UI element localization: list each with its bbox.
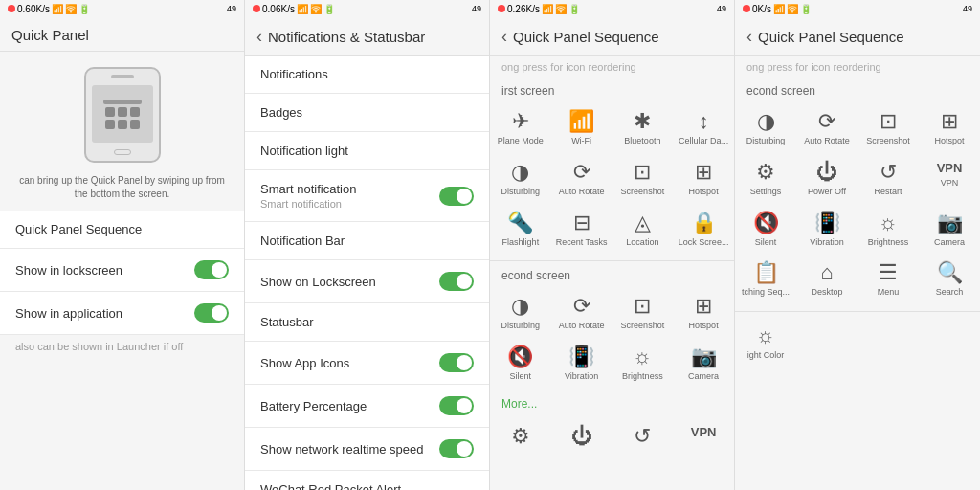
- screenshot-label: Screenshot: [621, 187, 665, 197]
- settings-p4-icon: ⚙: [756, 162, 775, 183]
- screenshot-2-label: Screenshot: [621, 321, 665, 331]
- disturbing-icon: ◑: [511, 162, 529, 183]
- icon-settings-bottom[interactable]: ⚙: [490, 418, 551, 458]
- icon-menu-p4[interactable]: ☰ Menu: [858, 255, 919, 305]
- panel-notifications: 0.06K/s 📶 🛜 🔋 49 ‹ Notifications & Statu…: [245, 0, 490, 490]
- icon-vibration[interactable]: 📳 Vibration: [551, 339, 612, 390]
- battery-pct-toggle[interactable]: [439, 396, 474, 415]
- icon-screenshot-p4[interactable]: ⊡ Screenshot: [858, 103, 919, 154]
- network-speed-toggle[interactable]: [439, 439, 474, 458]
- status-dot-4: [743, 5, 750, 12]
- icon-vpn-bottom[interactable]: VPN: [673, 418, 734, 458]
- watching-seq-p4-label: tching Seq...: [742, 287, 790, 298]
- panel-title-1: Quick Panel: [11, 27, 89, 43]
- back-arrow-4[interactable]: ‹: [746, 27, 752, 47]
- recent-tasks-icon: ⊟: [573, 212, 590, 234]
- icon-wifi[interactable]: 📶 Wi-Fi: [551, 103, 612, 154]
- icon-desktop-p4[interactable]: ⌂ Desktop: [796, 255, 858, 305]
- badges-item[interactable]: Badges: [245, 94, 489, 132]
- silent-icon: 🔇: [507, 346, 533, 368]
- icon-hotspot-2[interactable]: ⊞ Hotspot: [673, 288, 734, 339]
- show-lockscreen-toggle2[interactable]: [439, 272, 474, 291]
- network-speed-item[interactable]: Show network realtime speed: [245, 428, 489, 471]
- wechat-item[interactable]: WeChat Red Packet Alert: [245, 471, 489, 490]
- icon-recent-tasks[interactable]: ⊟ Recent Tasks: [551, 205, 612, 256]
- icon-disturbing-p4[interactable]: ◑ Disturbing: [735, 103, 796, 154]
- show-app-icons-toggle[interactable]: [439, 353, 474, 372]
- watching-seq-p4-icon: 📋: [753, 262, 779, 283]
- show-app-icons-item[interactable]: Show App Icons: [245, 342, 489, 385]
- icon-disturbing-2[interactable]: ◑ Disturbing: [490, 288, 551, 339]
- vpn-bottom-icon: VPN: [691, 426, 717, 438]
- back-arrow-3[interactable]: ‹: [501, 27, 507, 47]
- icon-silent[interactable]: 🔇 Silent: [490, 339, 551, 390]
- icon-night-color[interactable]: ☼ ight Color: [735, 318, 796, 368]
- speed-3: 0.26K/s: [507, 4, 540, 14]
- hint-text: also can be shown in Launcher if off: [0, 335, 244, 358]
- search-p4-icon: 🔍: [937, 262, 963, 283]
- icon-lock-screen[interactable]: 🔒 Lock Scree...: [673, 205, 734, 256]
- speed-4: 0K/s: [752, 4, 771, 14]
- network-speed-label: Show network realtime speed: [260, 442, 424, 457]
- icon-flashlight[interactable]: 🔦 Flashlight: [490, 205, 551, 256]
- icon-screenshot-2[interactable]: ⊡ Screenshot: [612, 288, 674, 339]
- icon-power-p4[interactable]: ⏻ Power Off: [796, 154, 858, 205]
- battery-pct-item[interactable]: Battery Percentage: [245, 385, 489, 428]
- show-lockscreen-item[interactable]: Show on Lockscreen: [245, 260, 489, 303]
- icon-vpn-p4[interactable]: VPN VPN: [919, 154, 980, 205]
- signal-icon-2: 📶: [297, 4, 308, 14]
- smart-notification-item[interactable]: Smart notification Smart notification: [245, 170, 489, 222]
- cellular-icon: ↕: [699, 111, 709, 132]
- icon-location[interactable]: ◬ Location: [612, 205, 674, 256]
- wifi-icon-1: 🛜: [65, 4, 77, 14]
- notifications-scroll[interactable]: Notifications Badges Notification light …: [245, 56, 489, 490]
- icon-auto-rotate-p4[interactable]: ⟳ Auto Rotate: [796, 103, 858, 154]
- icon-restart-bottom[interactable]: ↺: [612, 418, 674, 458]
- sequence-scroll-1[interactable]: ong press for icon reordering irst scree…: [490, 56, 734, 490]
- icon-watching-seq-p4[interactable]: 📋 tching Seq...: [735, 255, 796, 305]
- icon-settings-p4[interactable]: ⚙ Settings: [735, 154, 796, 205]
- hotspot-2-label: Hotspot: [689, 321, 719, 331]
- icon-vibration-p4[interactable]: 📳 Vibration: [796, 205, 858, 256]
- icon-brightness[interactable]: ☼ Brightness: [612, 339, 674, 390]
- show-application-toggle[interactable]: [194, 303, 229, 323]
- night-color-icon: ☼: [756, 325, 775, 346]
- signal-icon-1: 📶: [52, 4, 63, 14]
- icon-plane-mode[interactable]: ✈ Plane Mode: [490, 103, 551, 154]
- icon-hotspot-p4[interactable]: ⊞ Hotspot: [919, 103, 980, 154]
- show-in-application-item[interactable]: Show in application: [0, 292, 244, 335]
- icon-silent-p4[interactable]: 🔇 Silent: [735, 205, 796, 256]
- show-in-lockscreen-item[interactable]: Show in lockscreen: [0, 249, 244, 292]
- smart-notification-toggle[interactable]: [439, 187, 474, 206]
- icon-brightness-p4[interactable]: ☼ Brightness: [858, 205, 919, 256]
- icon-power-bottom[interactable]: ⏻: [551, 418, 612, 458]
- show-lockscreen-toggle[interactable]: [194, 260, 229, 279]
- phone-home-button: [114, 149, 131, 155]
- brightness-icon: ☼: [633, 346, 652, 368]
- badges-label: Badges: [260, 105, 302, 120]
- icon-screenshot[interactable]: ⊡ Screenshot: [612, 154, 674, 205]
- panel-title-4: Quick Panel Sequence: [758, 29, 904, 45]
- camera-p4-label: Camera: [934, 237, 965, 248]
- icon-bluetooth[interactable]: ✱ Bluetooth: [612, 103, 674, 154]
- sequence-scroll-2[interactable]: ong press for icon reordering econd scre…: [735, 56, 980, 490]
- icon-auto-rotate[interactable]: ⟳ Auto Rotate: [551, 154, 612, 205]
- icon-auto-rotate-2[interactable]: ⟳ Auto Rotate: [551, 288, 612, 339]
- notification-bar-item[interactable]: Notification Bar: [245, 222, 489, 260]
- more-link-1[interactable]: More...: [490, 393, 734, 414]
- icon-hotspot[interactable]: ⊞ Hotspot: [673, 154, 734, 205]
- icon-disturbing[interactable]: ◑ Disturbing: [490, 154, 551, 205]
- icon-camera[interactable]: 📷 Camera: [673, 339, 734, 390]
- icon-search-p4[interactable]: 🔍 Search: [919, 255, 980, 305]
- icon-camera-p4[interactable]: 📷 Camera: [919, 205, 980, 256]
- panel-header-2: ‹ Notifications & Statusbar: [245, 17, 489, 56]
- status-bar-2: 0.06K/s 📶 🛜 🔋 49: [245, 0, 489, 17]
- icon-restart-p4[interactable]: ↺ Restart: [858, 154, 919, 205]
- back-arrow-2[interactable]: ‹: [256, 27, 262, 47]
- panel-header-1: Quick Panel: [0, 17, 244, 52]
- statusbar-item[interactable]: Statusbar: [245, 303, 489, 342]
- notification-light-item[interactable]: Notification light: [245, 132, 489, 170]
- icon-cellular[interactable]: ↕ Cellular Da...: [673, 103, 734, 154]
- notifications-item[interactable]: Notifications: [245, 56, 489, 94]
- quick-panel-sequence-item[interactable]: Quick Panel Sequence: [0, 211, 244, 249]
